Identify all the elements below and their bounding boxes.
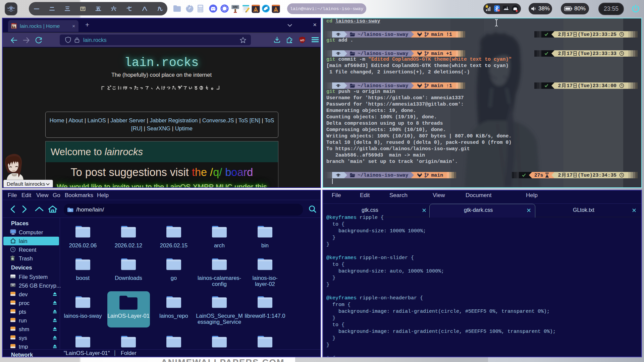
svg-text:uO: uO bbox=[300, 39, 305, 42]
